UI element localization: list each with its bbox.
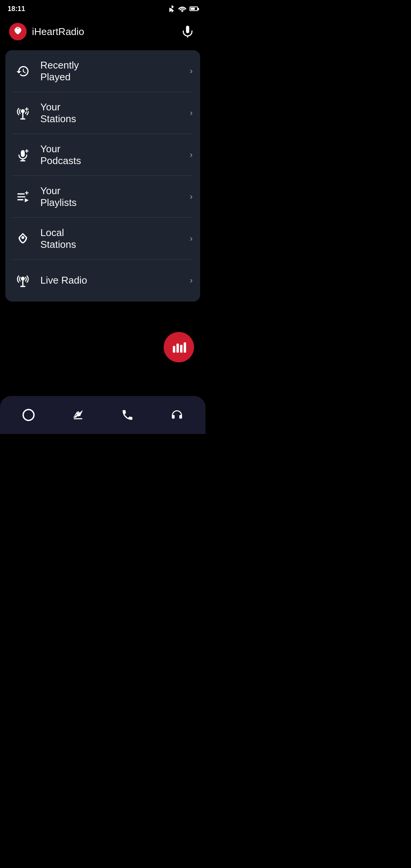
headphones-icon <box>170 408 183 421</box>
app-logo <box>9 23 27 40</box>
header-left: iHeartRadio <box>9 23 84 40</box>
menu-item-local-stations[interactable]: LocalStations › <box>5 218 200 260</box>
phone-icon <box>121 408 134 421</box>
battery-icon <box>190 6 198 11</box>
svg-point-19 <box>21 236 24 239</box>
now-playing-fab[interactable] <box>164 332 194 362</box>
live-radio-label: Live Radio <box>40 274 186 286</box>
menu-item-your-podcasts[interactable]: YourPodcasts › <box>5 134 200 176</box>
home-circle-icon <box>22 408 35 421</box>
audio-nav-button[interactable] <box>162 404 192 426</box>
chevron-right-icon: › <box>190 66 193 76</box>
status-bar: 18:11 <box>0 0 206 17</box>
phone-nav-button[interactable] <box>112 404 143 426</box>
menu-item-recently-played[interactable]: RecentlyPlayed › <box>5 50 200 92</box>
local-stations-label: LocalStations <box>40 227 186 251</box>
svg-rect-25 <box>184 342 186 353</box>
svg-rect-22 <box>173 346 175 353</box>
wifi-icon <box>178 5 186 12</box>
chevron-right-icon: › <box>190 276 193 286</box>
playlists-plus-icon <box>13 187 33 207</box>
equalizer-icon <box>172 340 186 354</box>
microphone-button[interactable] <box>179 23 196 40</box>
microphone-icon <box>181 25 194 38</box>
svg-rect-6 <box>21 150 25 157</box>
chevron-right-icon: › <box>190 234 193 244</box>
status-time: 18:11 <box>8 5 25 13</box>
svg-rect-24 <box>180 345 182 353</box>
podcasts-plus-icon <box>13 145 33 165</box>
your-podcasts-label: YourPodcasts <box>40 143 186 167</box>
history-icon <box>13 61 33 81</box>
location-icon <box>13 229 33 249</box>
svg-marker-15 <box>25 198 29 202</box>
status-icons <box>168 5 198 13</box>
chevron-right-icon: › <box>190 108 193 118</box>
menu-container: RecentlyPlayed › YourStations › <box>5 50 200 302</box>
navigation-icon <box>72 408 84 421</box>
your-stations-label: YourStations <box>40 101 186 125</box>
menu-item-live-radio[interactable]: Live Radio › <box>5 260 200 302</box>
radio-wave-icon <box>13 271 33 290</box>
app-header: iHeartRadio <box>0 17 206 46</box>
chevron-right-icon: › <box>190 150 193 160</box>
bluetooth-icon <box>168 5 175 13</box>
bottom-navigation <box>0 396 206 434</box>
svg-rect-23 <box>177 344 179 353</box>
iheartradio-logo-icon <box>12 26 24 37</box>
svg-point-26 <box>23 410 34 420</box>
home-nav-button[interactable] <box>13 404 44 426</box>
your-playlists-label: YourPlaylists <box>40 185 186 209</box>
menu-item-your-playlists[interactable]: YourPlaylists › <box>5 176 200 218</box>
navigation-nav-button[interactable] <box>63 404 93 426</box>
stations-plus-icon <box>13 103 33 123</box>
recently-played-label: RecentlyPlayed <box>40 59 186 83</box>
menu-item-your-stations[interactable]: YourStations › <box>5 92 200 134</box>
app-title: iHeartRadio <box>32 26 84 38</box>
chevron-right-icon: › <box>190 192 193 202</box>
